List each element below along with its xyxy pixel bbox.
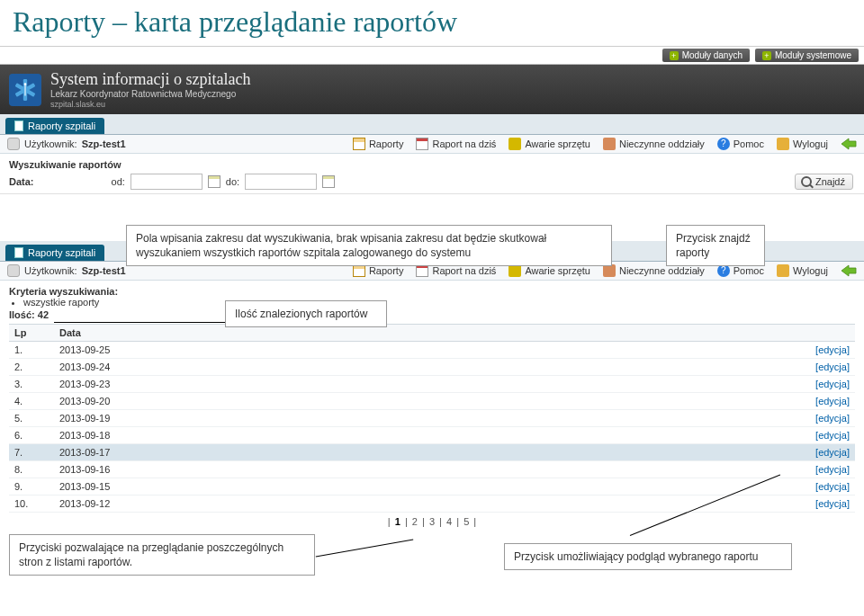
back-arrow-icon[interactable] (841, 138, 857, 150)
cell-lp: 5. (9, 410, 54, 427)
search-data-label: Data: (9, 176, 34, 187)
magnifier-icon (801, 176, 812, 187)
edit-link[interactable]: [edycja] (792, 342, 855, 359)
user-indicator: Użytkownik: Szp-test1 (7, 264, 126, 277)
nav-closed-depts[interactable]: Nieczynne oddziały (603, 138, 705, 150)
document-icon (14, 121, 23, 131)
edit-link[interactable]: [edycja] (792, 410, 855, 427)
cell-date: 2013-09-15 (54, 478, 792, 495)
pager-page[interactable]: 5 (462, 516, 471, 527)
cell-date: 2013-09-18 (54, 427, 792, 444)
calendar-icon (416, 138, 428, 150)
cell-lp: 6. (9, 427, 54, 444)
document-icon (14, 247, 23, 258)
callout-date-range: Pola wpisania zakresu dat wyszukiwania, … (126, 225, 612, 266)
pager-page[interactable]: 2 (410, 516, 419, 527)
find-button[interactable]: Znajdź (795, 174, 853, 190)
date-to-input[interactable] (245, 174, 317, 190)
user-prefix: Użytkownik: (24, 138, 77, 149)
building-icon (603, 138, 616, 150)
edit-link[interactable]: [edycja] (792, 478, 855, 495)
nav-report-today[interactable]: Raport na dziś (416, 138, 496, 150)
slide-title: Raporty – karta przeglądanie raportów (0, 0, 864, 46)
cell-date: 2013-09-24 (54, 359, 792, 376)
user-name: Szp-test1 (82, 265, 126, 276)
cell-lp: 8. (9, 461, 54, 478)
cell-date: 2013-09-20 (54, 393, 792, 410)
pager-page[interactable]: 4 (445, 516, 454, 527)
pager: | 1 | 2 | 3 | 4 | 5 | (0, 516, 864, 527)
edit-link[interactable]: [edycja] (792, 427, 855, 444)
col-lp: Lp (9, 325, 54, 342)
search-to-label: do: (226, 176, 239, 187)
edit-link[interactable]: [edycja] (792, 444, 855, 461)
plus-icon: + (762, 51, 771, 60)
user-prefix: Użytkownik: (24, 265, 77, 276)
callout-find-button: Przycisk znajdź raporty (666, 225, 765, 266)
callout-pager: Przyciski pozwalające na przeglądanie po… (9, 534, 315, 576)
app-screenshot-2: Raporty szpitali Użytkownik: Szp-test1 R… (0, 241, 864, 527)
criteria-item: wszystkie raporty (23, 297, 855, 308)
app-screenshot-1: + Moduły danych + Moduły systemowe Syste… (0, 46, 864, 194)
nav-faults[interactable]: Awarie sprzętu (508, 138, 590, 150)
cell-lp: 4. (9, 393, 54, 410)
results-panel: Kryteria wyszukiwania: wszystkie raporty… (0, 281, 864, 322)
user-name: Szp-test1 (82, 138, 126, 149)
edit-link[interactable]: [edycja] (792, 359, 855, 376)
cell-date: 2013-09-16 (54, 461, 792, 478)
calendar-picker-icon[interactable] (208, 175, 220, 188)
table-row: 2.2013-09-24[edycja] (9, 359, 855, 376)
cell-lp: 3. (9, 376, 54, 393)
count-label: Ilość: (9, 309, 35, 320)
module-data-label: Moduły danych (682, 50, 742, 60)
back-arrow-icon[interactable] (841, 264, 857, 277)
banner-subtitle: Lekarz Koordynator Ratownictwa Medyczneg… (50, 89, 250, 99)
cell-date: 2013-09-19 (54, 410, 792, 427)
table-row: 6.2013-09-18[edycja] (9, 427, 855, 444)
lock-icon (777, 264, 789, 277)
wrench-icon (508, 138, 521, 150)
pager-page[interactable]: 1 (393, 516, 402, 527)
cell-lp: 7. (9, 444, 54, 461)
module-bar: + Moduły danych + Moduły systemowe (0, 47, 864, 65)
module-system-button[interactable]: + Moduły systemowe (755, 49, 859, 62)
date-from-input[interactable] (130, 174, 202, 190)
nav-help[interactable]: ?Pomoc (717, 138, 764, 150)
criteria-label: Kryteria wyszukiwania: (9, 286, 855, 297)
user-indicator: Użytkownik: Szp-test1 (7, 138, 126, 150)
nav-reports[interactable]: Raporty (353, 138, 404, 150)
toolbar: Użytkownik: Szp-test1 Raporty Raport na … (0, 135, 864, 154)
edit-link[interactable]: [edycja] (792, 495, 855, 513)
module-data-button[interactable]: + Moduły danych (662, 49, 750, 62)
svg-point-3 (24, 83, 27, 85)
table-row: 3.2013-09-23[edycja] (9, 376, 855, 393)
cell-date: 2013-09-17 (54, 444, 792, 461)
tab-label: Raporty szpitali (28, 121, 95, 131)
table-row: 7.2013-09-17[edycja] (9, 444, 855, 461)
edit-link[interactable]: [edycja] (792, 393, 855, 410)
tab-reports[interactable]: Raporty szpitali (5, 118, 104, 134)
table-row: 10.2013-09-12[edycja] (9, 495, 855, 513)
pager-page[interactable]: 3 (428, 516, 436, 527)
nav-logout[interactable]: Wyloguj (777, 138, 828, 150)
search-from-label: od: (112, 176, 125, 187)
banner-title: System informacji o szpitalach (50, 70, 250, 89)
plus-icon: + (670, 51, 679, 60)
nav-logout[interactable]: Wyloguj (777, 264, 828, 277)
cell-date: 2013-09-25 (54, 342, 792, 359)
edit-link[interactable]: [edycja] (792, 376, 855, 393)
cell-lp: 1. (9, 342, 54, 359)
cell-lp: 2. (9, 359, 54, 376)
tab-label: Raporty szpitali (28, 247, 95, 258)
banner-domain: szpital.slask.eu (50, 100, 250, 109)
cell-lp: 10. (9, 495, 54, 513)
count-value: 42 (38, 309, 49, 320)
star-of-life-icon (9, 74, 41, 106)
calendar-picker-icon[interactable] (322, 175, 335, 188)
document-icon (353, 138, 365, 150)
user-icon (7, 264, 20, 277)
tab-reports[interactable]: Raporty szpitali (5, 245, 104, 261)
module-system-label: Moduły systemowe (775, 50, 851, 60)
search-panel: Wyszukiwanie raportów Data: od: do: Znaj… (0, 154, 864, 194)
edit-link[interactable]: [edycja] (792, 461, 855, 478)
